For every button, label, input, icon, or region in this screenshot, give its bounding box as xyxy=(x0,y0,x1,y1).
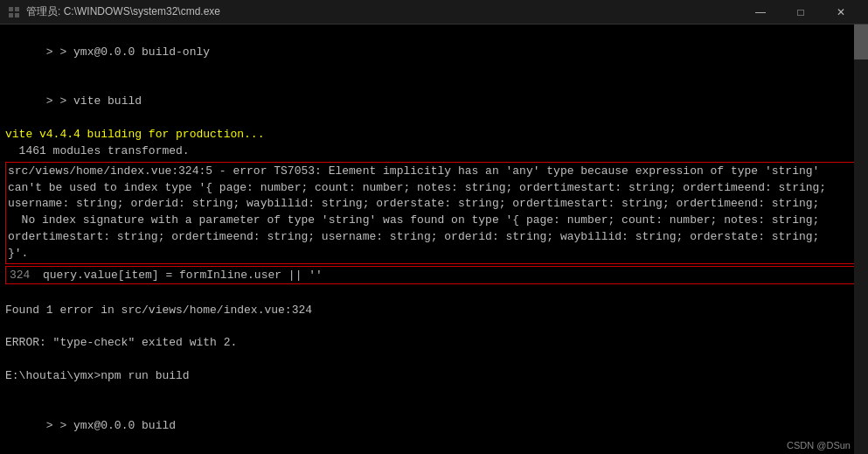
svg-rect-0 xyxy=(9,7,13,11)
watermark: CSDN @DSun xyxy=(787,440,851,451)
after-line-8: > > ymx@0.0.0 build xyxy=(5,402,863,451)
after-line-1 xyxy=(5,286,863,303)
maximize-button[interactable]: □ xyxy=(781,0,821,24)
error-line-1: src/views/home/index.vue:324:5 - error T… xyxy=(8,164,860,180)
terminal-content[interactable]: > > ymx@0.0.0 build-only > > vite build … xyxy=(0,24,868,454)
after-line-3 xyxy=(5,319,863,336)
minimize-button[interactable]: — xyxy=(740,0,781,24)
after-line-6: E:\houtai\ymx>npm run build xyxy=(5,368,863,385)
error-line-4: No index signature with a parameter of t… xyxy=(8,213,860,229)
line-2: > > vite build xyxy=(5,78,863,128)
after-line-4: ERROR: "type-check" exited with 2. xyxy=(5,335,863,352)
error-block: src/views/home/index.vue:324:5 - error T… xyxy=(5,162,863,264)
line-1: > > ymx@0.0.0 build-only xyxy=(5,28,863,78)
window-controls: — □ ✕ xyxy=(740,0,861,24)
line-3: vite v4.4.4 building for production... xyxy=(5,127,863,143)
close-button[interactable]: ✕ xyxy=(821,0,861,24)
after-line-9: > > run-p type-check build-only xyxy=(5,451,863,454)
window-icon xyxy=(7,5,21,19)
window-title: 管理员: C:\WINDOWS\system32\cmd.exe xyxy=(26,4,740,19)
code-block: 324 query.value[item] = formInline.user … xyxy=(5,266,863,284)
error-line-2: can't be used to index type '{ page: num… xyxy=(8,180,860,197)
svg-rect-2 xyxy=(9,13,13,17)
code-content: query.value[item] = formInline.user || '… xyxy=(43,269,323,282)
line-4: 1461 modules transformed. xyxy=(5,143,863,160)
after-line-5 xyxy=(5,352,863,368)
error-line-6: }'. xyxy=(8,246,860,262)
svg-rect-1 xyxy=(15,7,19,11)
after-line-2: Found 1 error in src/views/home/index.vu… xyxy=(5,303,863,319)
svg-rect-3 xyxy=(15,13,19,17)
title-bar: 管理员: C:\WINDOWS\system32\cmd.exe — □ ✕ xyxy=(0,0,868,24)
code-line-number: 324 xyxy=(10,269,36,282)
scrollbar[interactable] xyxy=(854,24,868,454)
error-line-3: username: string; orderid: string; waybi… xyxy=(8,196,860,213)
error-line-5: ordertimestart: string; ordertimeend: st… xyxy=(8,229,860,246)
cmd-window: 管理员: C:\WINDOWS\system32\cmd.exe — □ ✕ >… xyxy=(0,0,868,454)
prompt-arrow: > xyxy=(46,94,60,108)
prompt-arrow: > xyxy=(46,45,60,59)
after-line-7 xyxy=(5,385,863,402)
scrollbar-thumb[interactable] xyxy=(854,24,868,59)
